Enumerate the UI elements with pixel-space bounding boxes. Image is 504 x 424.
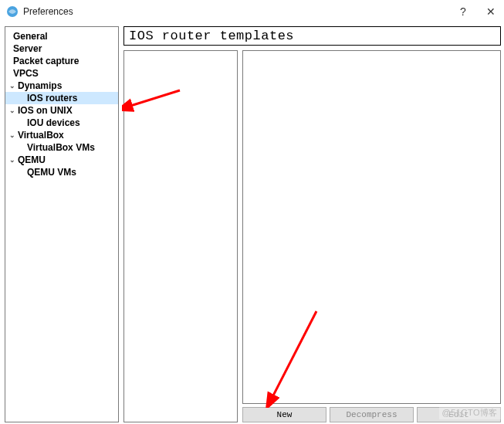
tree-item-label: VirtualBox VMs bbox=[27, 142, 95, 153]
window-controls: ? ✕ bbox=[456, 5, 498, 18]
window-title: Preferences bbox=[23, 6, 456, 17]
tree-item-label: IOS on UNIX bbox=[18, 105, 73, 116]
app-icon bbox=[6, 5, 19, 18]
detail-area: New Decompress Edit bbox=[242, 50, 501, 422]
tree-item-qemu[interactable]: ⌄QEMU bbox=[5, 154, 118, 166]
tree-item-label: IOS routers bbox=[27, 93, 77, 103]
panel-title: IOS router templates bbox=[123, 26, 501, 46]
tree-item-label: QEMU VMs bbox=[27, 167, 76, 178]
chevron-down-icon[interactable]: ⌄ bbox=[8, 107, 16, 114]
tree-item-virtualbox-vms[interactable]: VirtualBox VMs bbox=[5, 141, 118, 154]
close-button[interactable]: ✕ bbox=[484, 5, 498, 18]
window-body: GeneralServerPacket captureVPCS⌄Dynamips… bbox=[0, 23, 504, 424]
tree-item-label: Dynamips bbox=[18, 80, 62, 91]
chevron-down-icon[interactable]: ⌄ bbox=[8, 131, 16, 139]
tree-item-dynamips[interactable]: ⌄Dynamips bbox=[5, 80, 118, 92]
tree-item-vpcs[interactable]: VPCS bbox=[5, 67, 118, 80]
tree-item-general[interactable]: General bbox=[5, 30, 118, 42]
titlebar: Preferences ? ✕ bbox=[0, 0, 504, 23]
tree-item-iou-devices[interactable]: IOU devices bbox=[5, 117, 118, 129]
tree-item-server[interactable]: Server bbox=[5, 42, 118, 55]
detail-box bbox=[242, 50, 501, 404]
help-button[interactable]: ? bbox=[456, 5, 470, 18]
tree-item-ios-on-unix[interactable]: ⌄IOS on UNIX bbox=[5, 104, 118, 117]
decompress-button: Decompress bbox=[330, 407, 414, 422]
tree-item-packet-capture[interactable]: Packet capture bbox=[5, 55, 118, 67]
tree-item-label: Server bbox=[13, 43, 42, 54]
tree-item-label: VirtualBox bbox=[18, 130, 64, 141]
chevron-down-icon[interactable]: ⌄ bbox=[8, 156, 16, 164]
tree-item-ios-routers[interactable]: IOS routers bbox=[5, 92, 118, 104]
watermark: @51CTO博客 bbox=[439, 406, 501, 419]
tree-item-qemu-vms[interactable]: QEMU VMs bbox=[5, 166, 118, 178]
tree-item-label: General bbox=[13, 31, 48, 42]
chevron-down-icon[interactable]: ⌄ bbox=[8, 82, 16, 90]
new-button[interactable]: New bbox=[242, 407, 326, 422]
tree-item-label: QEMU bbox=[18, 154, 46, 165]
tree-item-label: Packet capture bbox=[13, 56, 79, 66]
templates-list[interactable] bbox=[123, 50, 238, 422]
main-panel: IOS router templates New Decompress Edit bbox=[123, 26, 502, 422]
tree-item-label: IOU devices bbox=[27, 117, 80, 128]
panel-body: New Decompress Edit bbox=[123, 50, 501, 422]
tree-item-label: VPCS bbox=[13, 68, 39, 79]
tree-item-virtualbox[interactable]: ⌄VirtualBox bbox=[5, 129, 118, 141]
preferences-tree[interactable]: GeneralServerPacket captureVPCS⌄Dynamips… bbox=[5, 26, 119, 422]
